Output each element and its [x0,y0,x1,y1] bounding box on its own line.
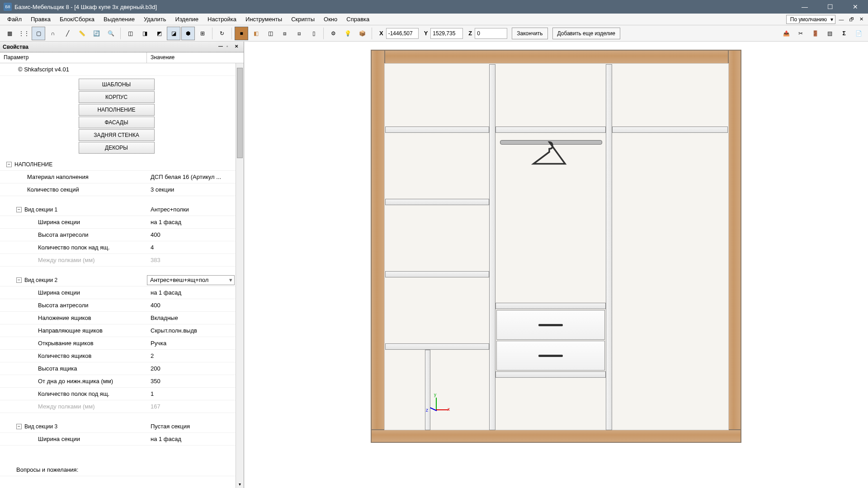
collapse-icon[interactable]: − [16,207,22,212]
sections-label: Количество секций [0,186,147,193]
rotate-icon[interactable]: ↻ [215,27,229,40]
toolbar: ▦ ⋮⋮ ▢ ∩ ╱ 📏 🔄 🔍 ◫ ◨ ◩ ◪ ⬢ ⊞ ↻ ■ ◧ ◫ ⧈ ⧇… [0,25,868,42]
menu-product[interactable]: Изделие [171,14,203,24]
minimize-button[interactable]: — [796,1,814,12]
grid-icon[interactable]: ▦ [3,27,16,40]
back-wall-button[interactable]: ЗАДНЯЯ СТЕНКА [79,129,155,141]
box-tool-icon[interactable]: ◧ [249,27,263,40]
panel-icon[interactable]: ▯ [307,27,321,40]
s2-height-value[interactable]: 200 [147,365,244,372]
view-iso-icon[interactable]: ◪ [167,27,180,40]
ruler-icon[interactable]: 📏 [75,27,89,40]
s2-guides-label: Направляющие ящиков [0,327,147,334]
grid2-icon[interactable]: ⋮⋮ [17,27,31,40]
panel-max-icon[interactable]: ▫ [226,44,233,50]
scroll-down-icon[interactable]: ▾ [237,481,243,487]
lightbulb-icon[interactable]: 💡 [341,27,354,40]
collapse-icon[interactable]: − [6,162,12,167]
sections-value[interactable]: 3 секции [147,186,244,193]
x-label: X [379,30,383,37]
scrollbar[interactable]: ▾ [236,63,244,488]
package-icon[interactable]: 📦 [355,27,369,40]
body-button[interactable]: КОРПУС [79,91,155,103]
add-more-button[interactable]: Добавить еще изделие [552,28,620,39]
magnet-icon[interactable]: ∩ [46,27,60,40]
s2-width-value[interactable]: на 1 фасад [147,289,244,296]
s3-title: Вид секции 3 [24,423,57,430]
doc-minimize-button[interactable]: — [837,15,845,23]
refresh-icon[interactable]: 🔄 [90,27,103,40]
app-icon: Б8 [4,3,12,11]
s1-antr-value[interactable]: 400 [147,231,244,238]
view-front-icon[interactable]: ◫ [123,27,137,40]
line-tool-icon[interactable]: ╱ [61,27,74,40]
panel-close-icon[interactable]: ✕ [235,44,241,50]
material-icon[interactable]: ■ [235,27,248,40]
s2-bottom-value[interactable]: 350 [147,378,244,385]
material-value[interactable]: ДСП белая 16 (Артикул ... [147,174,244,180]
s2-below-value[interactable]: 1 [147,390,244,397]
z-input[interactable] [475,28,507,39]
door-icon[interactable]: 🚪 [808,27,822,40]
s3-width-value[interactable]: на 1 фасад [147,436,244,442]
s2-antr-value[interactable]: 400 [147,302,244,309]
s1-width-value[interactable]: на 1 фасад [147,219,244,225]
menu-file[interactable]: Файл [3,14,26,24]
s1-antr-label: Высота антресоли [0,231,147,238]
s2-guides-value[interactable]: Скрыт.полн.выдв [147,327,244,334]
x-input[interactable] [386,28,419,39]
menu-help[interactable]: Справка [342,14,374,24]
cut-icon[interactable]: ✂ [794,27,807,40]
menu-edit[interactable]: Правка [26,14,55,24]
facades-button[interactable]: ФАСАДЫ [79,117,155,128]
templates-button[interactable]: ШАБЛОНЫ [79,79,155,90]
s2-overlay-value[interactable]: Вкладные [147,314,244,321]
s1-gap-label: Между полками (мм) [0,257,147,263]
maximize-button[interactable]: ☐ [821,1,839,12]
menu-delete[interactable]: Удалить [139,14,171,24]
s2-type-dropdown[interactable]: Антрес+веш+ящ+пол [147,275,235,285]
report-icon[interactable]: 📄 [852,27,865,40]
s2-gap-label: Между полками (мм) [0,403,147,410]
collapse-icon[interactable]: − [16,424,22,429]
sigma-icon[interactable]: Σ [837,27,851,40]
z-label: Z [468,30,472,37]
rack-icon[interactable]: ▤ [823,27,836,40]
menu-scripts[interactable]: Скрипты [287,14,319,24]
decor-button[interactable]: ДЕКОРЫ [79,142,155,154]
search-icon[interactable]: 🔍 [104,27,118,40]
doc-close-button[interactable]: ✕ [857,15,865,23]
menu-block[interactable]: Блок/Сборка [55,14,99,24]
view-top-icon[interactable]: ◩ [152,27,166,40]
s2-overlay-label: Наложение ящиков [0,314,147,321]
s2-count-value[interactable]: 2 [147,352,244,359]
s3-type[interactable]: Пустая секция [147,423,244,430]
y-input[interactable] [430,28,463,39]
layout-combo[interactable]: По умолчанию [786,15,835,24]
s2-open-value[interactable]: Ручка [147,340,244,347]
menu-tools[interactable]: Инструменты [241,14,287,24]
collapse-icon[interactable]: − [16,277,22,283]
menu-selection[interactable]: Выделение [99,14,139,24]
s1-shelves-value[interactable]: 4 [147,244,244,251]
s2-bottom-label: От дна до нижн.ящика (мм) [0,378,147,385]
s1-type[interactable]: Антрес+полки [147,206,244,213]
menu-window[interactable]: Окно [319,14,342,24]
panel-min-icon[interactable]: — [218,44,225,50]
box-tool2-icon[interactable]: ◫ [264,27,277,40]
menu-setup[interactable]: Настройка [203,14,241,24]
gear-icon[interactable]: ⚙ [326,27,340,40]
view-split-icon[interactable]: ⊞ [196,27,209,40]
snap-icon[interactable]: ▢ [32,27,45,40]
box-tool4-icon[interactable]: ⧇ [292,27,306,40]
finish-button[interactable]: Закончить [512,28,547,39]
close-button[interactable]: ✕ [846,1,864,12]
doc-restore-button[interactable]: 🗗 [847,15,855,23]
filling-button[interactable]: НАПОЛНЕНИЕ [79,104,155,116]
col-parameter: Параметр [0,52,147,63]
view-side-icon[interactable]: ◨ [138,27,151,40]
s2-below-label: Количество полок под ящ. [0,390,147,397]
box-tool3-icon[interactable]: ⧈ [278,27,292,40]
export-icon[interactable]: 📤 [779,27,793,40]
view-persp-icon[interactable]: ⬢ [181,27,195,40]
